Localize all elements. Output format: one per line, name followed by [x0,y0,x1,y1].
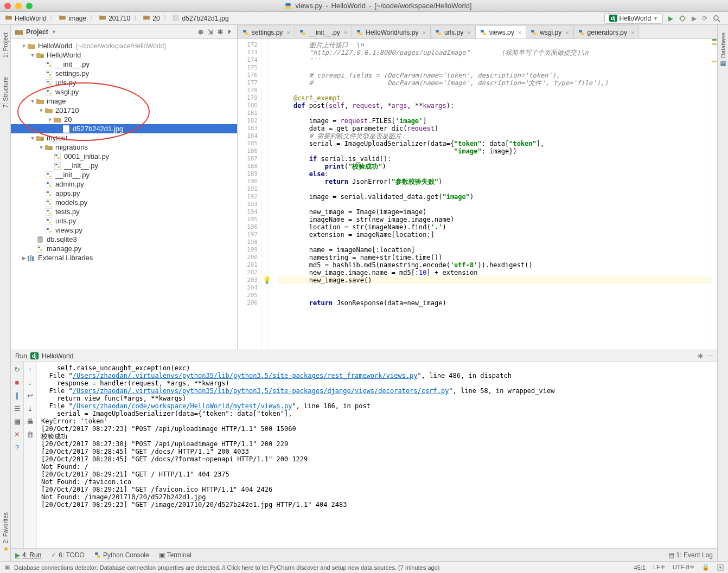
code-line[interactable]: extension = imageName[location:] [278,231,711,239]
tree-item[interactable]: __init__.py [11,161,237,170]
code-line[interactable]: ''' [278,56,711,64]
run-button[interactable]: ▶ [668,15,673,22]
console-line[interactable]: Not Found: /favicon.ico [41,478,713,486]
code-line[interactable] [278,292,711,299]
breadcrumb-item[interactable]: HelloWorld [3,15,48,22]
console-line[interactable]: File "/Users/zhaodan/.virtualenvs/python… [41,372,713,379]
project-tree[interactable]: ▼HelloWorld(~/code/workspace/HelloWorld)… [11,39,237,350]
tree-item[interactable]: apps.py [11,189,237,198]
soft-wrap-button[interactable]: ↩ [25,390,35,400]
tool-tab[interactable]: ▶4: Run [15,551,41,559]
tool-tab[interactable]: ✓6: TODO [51,551,85,559]
tool-tab-event-log[interactable]: ▤ 1: Event Log [668,551,713,559]
tree-item[interactable]: tests.py [11,207,237,216]
code-line[interactable] [278,64,711,72]
dump-threads-button[interactable]: ☰ [12,403,22,413]
breadcrumb-item[interactable]: image [57,15,88,22]
code-line[interactable]: return JsonError("参数校验失败") [278,178,711,185]
code-body[interactable]: 图片上传接口 \n "http://127.0.0.1:8000/pages/u… [269,39,711,350]
code-line[interactable]: "http://127.0.0.1:8000/pages/uploadImage… [278,49,711,56]
collapse-all-icon[interactable]: ⇲ [208,28,213,36]
console-line[interactable]: return view_func(*args, **kwargs) [41,395,713,402]
code-line[interactable]: name = imageName[:location] [278,246,711,254]
console-line[interactable]: [20/Oct/2017 08:29:23] "GET /image/20171… [41,501,713,508]
editor-tab[interactable]: HelloWorld/urls.py× [352,25,431,38]
attach-debugger-button[interactable]: ⟳ [702,15,707,22]
tree-item[interactable]: db.sqlite3 [11,235,237,244]
scroll-from-source-icon[interactable]: ⊕ [198,28,203,36]
tree-arrow-icon[interactable]: ▼ [47,117,53,123]
code-line[interactable]: md5 = hashlib.md5(namestring.encode('utf… [278,261,711,269]
tree-item[interactable]: ▼201710 [11,106,237,115]
console-line[interactable]: self.raise_uncaught_exception(exc) [41,364,713,372]
tree-item[interactable]: urls.py [11,78,237,87]
tree-item[interactable]: views.py [11,226,237,235]
breadcrumb-item[interactable]: 201710 [97,15,132,22]
code-line[interactable]: # 需要判断文件类型是否是图片. [278,132,711,140]
editor-tab[interactable]: settings.py× [238,25,295,38]
tool-tab[interactable]: ▣Terminal [159,551,191,559]
tree-item[interactable]: manage.py [11,244,237,253]
chevron-down-icon[interactable]: ▼ [52,29,56,35]
debug-button[interactable] [679,15,686,22]
console-line[interactable]: [20/Oct/2017 08:29:21] "GET /favicon.ico… [41,486,713,493]
tool-tab-structure[interactable]: 7: Structure [1,73,10,112]
console-line[interactable]: KeyError: 'token' [41,417,713,425]
intention-bulb-icon[interactable]: 💡 [263,276,271,284]
editor-tab[interactable]: generators.py× [573,25,640,38]
code-line[interactable]: if serial.is_valid(): [278,155,711,163]
tree-item[interactable]: admin.py [11,179,237,189]
tree-item[interactable]: ▼HelloWorld(~/code/workspace/HelloWorld) [11,41,237,50]
tree-arrow-icon[interactable]: ▼ [29,53,36,58]
scroll-end-button[interactable]: ⤓ [25,403,35,413]
code-line[interactable]: "image": image}) [278,147,711,155]
code-line[interactable]: 图片上传接口 \n [278,41,711,49]
code-line[interactable] [278,87,711,94]
editor-gutter[interactable]: 1721731741751761771781791801811821831841… [238,39,261,350]
code-line[interactable]: serial = ImageUploadSerializer(data={"to… [278,140,711,147]
code-line[interactable]: new_image.image.name = md5[:10] + extens… [278,269,711,276]
code-line[interactable] [278,185,711,193]
console-line[interactable]: [20/Oct/2017 08:27:23] "POST /api/upload… [41,425,713,433]
tree-item[interactable]: ▼image [11,96,237,106]
breadcrumb-item[interactable]: 20 [141,15,162,22]
tree-arrow-icon[interactable]: ▼ [38,108,44,113]
stop-button[interactable]: ■ [12,377,22,387]
fold-column[interactable] [261,39,269,350]
console-line[interactable]: [20/Oct/2017 08:28:45] "GET /docs/?forma… [41,455,713,463]
tree-arrow-icon[interactable]: ▶ [21,255,27,261]
tool-tab-project[interactable]: 1: Project [1,28,10,62]
editor-tab[interactable]: urls.py× [430,25,476,38]
pause-button[interactable]: ‖ [12,390,22,400]
inspection-indicator-icon[interactable] [717,564,724,571]
console-line[interactable]: [20/Oct/2017 08:27:30] "POST /api/upload… [41,440,713,448]
error-stripe[interactable] [711,39,717,350]
code-line[interactable]: location = str(imageName).find('.') [278,223,711,231]
tool-window-toggle-icon[interactable]: ▣ [4,564,10,571]
code-line[interactable]: data = get_parameter_dic(request) [278,125,711,132]
console-output[interactable]: self.raise_uncaught_exception(exc) File … [37,362,717,561]
tree-item[interactable]: models.py [11,198,237,207]
tree-arrow-icon[interactable]: ▼ [29,136,36,141]
gear-icon[interactable]: ✻ [218,28,223,36]
status-message[interactable]: Database connections detector: Database … [14,564,440,571]
code-line[interactable]: print("校验成功") [278,163,711,170]
code-line[interactable]: return JsonResponse(data=new_image) [278,299,711,307]
console-line[interactable]: response = handler(request, *args, **kwa… [41,379,713,387]
editor-tab[interactable]: wsgi.py× [526,25,573,38]
editor-tab[interactable]: __init__.py× [295,25,352,38]
tree-arrow-icon[interactable]: ▼ [29,99,36,104]
code-line[interactable]: else: [278,170,711,178]
console-line[interactable]: Not Found: / [41,463,713,471]
code-line[interactable] [278,201,711,208]
tree-item[interactable]: wsgi.py [11,87,237,96]
tree-item[interactable]: urls.py [11,216,237,226]
tree-item[interactable]: ▶External Libraries [11,253,237,262]
code-line[interactable]: imageName = str(new_image.image.name) [278,216,711,223]
cursor-position[interactable]: 45:1 [634,564,646,571]
code-line[interactable]: def post(self, request, *args, **kwargs)… [278,102,711,110]
tree-item[interactable]: settings.py [11,69,237,78]
code-line[interactable]: @csrf_exempt [278,94,711,102]
code-line[interactable] [278,239,711,246]
tree-item[interactable]: __init__.py [11,170,237,179]
